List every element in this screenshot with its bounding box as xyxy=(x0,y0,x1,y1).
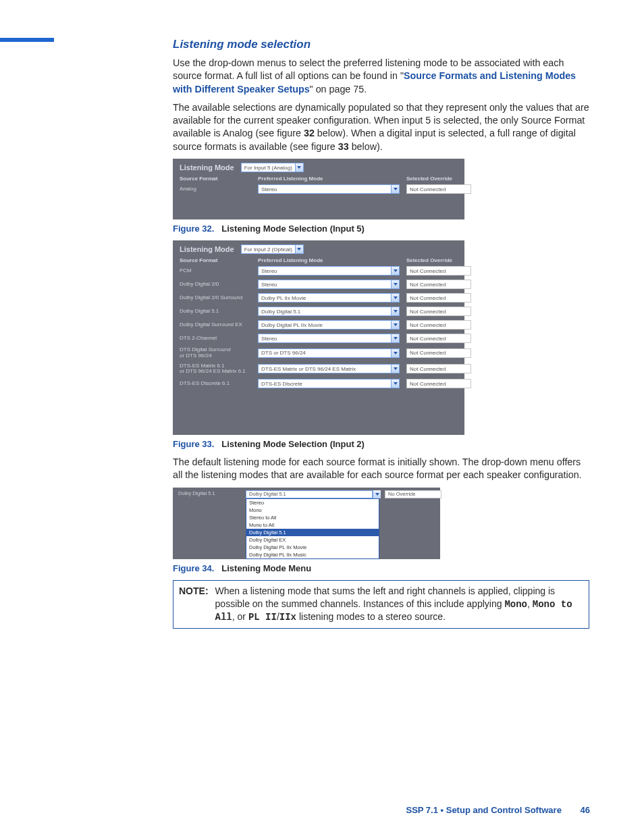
input-select-dropdown[interactable]: For Input 5 (Analog) xyxy=(241,163,304,172)
figure-ref-33: 33 xyxy=(338,141,349,152)
chevron-down-icon[interactable] xyxy=(392,320,400,330)
source-format-label: Dolby Digital 2/0 xyxy=(180,282,251,288)
preferred-mode-dropdown[interactable]: Dolby Digital 5.1 xyxy=(246,490,381,498)
preferred-mode-dropdown[interactable]: Stereo xyxy=(258,334,400,343)
source-format-label: DTS 2-Channel xyxy=(180,336,251,342)
override-value: Not Connected xyxy=(406,280,471,289)
table-row: DTS-ES Discrete 6.1DTS-ES DiscreteNot Co… xyxy=(173,377,464,391)
note-text: When a listening mode that sums the left… xyxy=(215,585,583,625)
table-row: Dolby Digital 2/0 SurroundDolby PL IIx M… xyxy=(173,292,464,305)
dropdown-value: DTS-ES Discrete xyxy=(258,379,392,388)
page-footer: SSP 7.1 • Setup and Control Software 46 xyxy=(406,805,590,815)
figure-number: Figure 32. xyxy=(173,224,214,234)
table-row: DTS Digital Surroundor DTS 96/24DTS or D… xyxy=(173,346,464,362)
table-row: Dolby Digital Surround EXDolby Digital P… xyxy=(173,319,464,332)
paragraph-1: Use the drop-down menus to select the pr… xyxy=(173,57,589,96)
preferred-mode-dropdown[interactable]: Stereo xyxy=(258,184,400,194)
mono-text: IIx xyxy=(279,612,296,623)
source-format-label: DTS Digital Surroundor DTS 96/24 xyxy=(180,347,251,359)
text: below). xyxy=(349,141,383,152)
dropdown-value: Stereo xyxy=(258,266,392,276)
chevron-down-icon[interactable] xyxy=(295,245,303,253)
note-box: NOTE: When a listening mode that sums th… xyxy=(173,580,589,629)
chevron-down-icon[interactable] xyxy=(392,266,400,276)
mono-text: Mono xyxy=(504,599,527,610)
dropdown-option[interactable]: Mono to All xyxy=(246,521,379,529)
chevron-down-icon[interactable] xyxy=(392,348,400,358)
chevron-down-icon[interactable] xyxy=(392,293,400,303)
source-format-label: Dolby Digital 2/0 Surround xyxy=(180,295,251,301)
chevron-down-icon[interactable] xyxy=(392,184,400,194)
figure-title: Listening Mode Menu xyxy=(221,563,311,573)
dropdown-value: Stereo xyxy=(258,184,392,194)
override-value: Not Connected xyxy=(406,184,471,194)
dropdown-option[interactable]: Dolby Digital 5.1 xyxy=(246,529,379,536)
col-source-format: Source Format xyxy=(180,257,251,263)
figure-33-caption: Figure 33. Listening Mode Selection (Inp… xyxy=(173,439,589,449)
preferred-mode-dropdown[interactable]: DTS or DTS 96/24 xyxy=(258,348,400,358)
dropdown-value: Stereo xyxy=(258,334,392,343)
col-preferred-mode: Preferred Listening Mode xyxy=(258,257,400,263)
dropdown-value: Dolby PL IIx Movie xyxy=(258,293,392,303)
dropdown-value: DTS or DTS 96/24 xyxy=(258,348,392,358)
dropdown-options-list[interactable]: StereoMonoStereo to AllMono to AllDolby … xyxy=(246,498,379,559)
dropdown-option[interactable]: Mono xyxy=(246,506,379,514)
dropdown-option[interactable]: Dolby Digital PL IIx Movie xyxy=(246,544,379,551)
table-row: PCMStereoNot Connected xyxy=(173,265,464,278)
override-value: Not Connected xyxy=(406,364,471,373)
source-format-label: PCM xyxy=(180,268,251,274)
chevron-down-icon[interactable] xyxy=(392,379,400,388)
preferred-mode-dropdown[interactable]: DTS-ES Matrix or DTS 96/24 ES Matrix xyxy=(258,364,400,373)
preferred-mode-dropdown[interactable]: Stereo xyxy=(258,266,400,276)
override-value: Not Connected xyxy=(406,379,471,388)
text: , xyxy=(527,598,533,609)
footer-page-number: 46 xyxy=(581,805,590,815)
override-value: No Override xyxy=(385,490,441,498)
figure-title: Listening Mode Selection (Input 2) xyxy=(221,439,365,449)
table-row: AnalogStereoNot Connected xyxy=(173,183,464,197)
source-format-label: Analog xyxy=(180,186,251,192)
section-title: Listening mode selection xyxy=(173,38,589,51)
chevron-down-icon[interactable] xyxy=(392,334,400,343)
override-value: Not Connected xyxy=(406,266,471,276)
text: , or xyxy=(232,611,248,622)
figure-ref-32: 32 xyxy=(304,128,315,138)
figure-33-panel: Listening Mode For Input 2 (Optical) Sou… xyxy=(173,240,464,435)
chevron-down-icon[interactable] xyxy=(295,163,303,172)
dropdown-option[interactable]: Stereo to All xyxy=(246,514,379,521)
preferred-mode-dropdown[interactable]: Stereo xyxy=(258,280,400,289)
paragraph-3: The default listening mode for each sour… xyxy=(173,456,589,482)
dropdown-option[interactable]: Stereo xyxy=(246,499,379,506)
mono-text: PL II xyxy=(248,612,277,623)
table-row: Dolby Digital 5.1Dolby Digital 5.1Not Co… xyxy=(173,305,464,319)
figure-32-panel: Listening Mode For Input 5 (Analog) Sour… xyxy=(173,159,464,219)
dropdown-value: DTS-ES Matrix or DTS 96/24 ES Matrix xyxy=(258,364,392,373)
accent-bar xyxy=(0,38,54,42)
preferred-mode-dropdown[interactable]: DTS-ES Discrete xyxy=(258,379,400,388)
text: " on page 75. xyxy=(310,84,367,95)
override-value: Not Connected xyxy=(406,348,471,358)
chevron-down-icon[interactable] xyxy=(392,280,400,289)
chevron-down-icon[interactable] xyxy=(392,307,400,316)
figure-number: Figure 33. xyxy=(173,439,214,449)
dropdown-option[interactable]: Dolby Digital PL IIx Music xyxy=(246,551,379,558)
figure-title: Listening Mode Selection (Input 5) xyxy=(221,224,365,234)
dropdown-value: Dolby Digital 5.1 xyxy=(258,307,392,316)
source-format-label: DTS-ES Matrix 6.1or DTS 96/24 ES Matrix … xyxy=(180,363,251,375)
dropdown-value: Stereo xyxy=(258,280,392,289)
figure-34-panel: Dolby Digital 5.1 Dolby Digital 5.1 No O… xyxy=(173,488,440,559)
preferred-mode-dropdown[interactable]: Dolby PL IIx Movie xyxy=(258,293,400,303)
dropdown-value: For Input 2 (Optical) xyxy=(242,246,295,253)
figure-32-caption: Figure 32. Listening Mode Selection (Inp… xyxy=(173,224,589,234)
figure-34-caption: Figure 34. Listening Mode Menu xyxy=(173,563,589,573)
chevron-down-icon[interactable] xyxy=(392,364,400,373)
table-row: Dolby Digital 2/0StereoNot Connected xyxy=(173,278,464,292)
col-selected-override: Selected Override xyxy=(406,257,471,263)
preferred-mode-dropdown[interactable]: Dolby Digital 5.1 xyxy=(258,307,400,316)
col-selected-override: Selected Override xyxy=(406,176,471,182)
preferred-mode-dropdown[interactable]: Dolby Digital PL IIx Movie xyxy=(258,320,400,330)
panel-title: Listening Mode xyxy=(180,245,234,253)
input-select-dropdown[interactable]: For Input 2 (Optical) xyxy=(241,244,304,254)
dropdown-option[interactable]: Dolby Digital EX xyxy=(246,536,379,544)
chevron-down-icon[interactable] xyxy=(373,490,381,498)
